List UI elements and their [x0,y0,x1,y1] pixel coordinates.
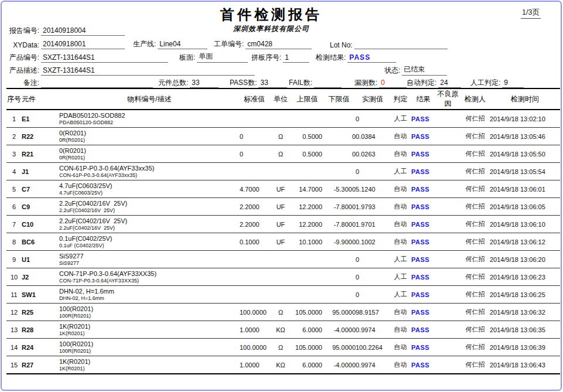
missed-count-label: 漏测数: [354,78,379,88]
cell-defect-reason [435,180,460,198]
material-code: 2.2uF(C0402/16V 25V) [59,217,240,225]
missed-count-value: 0 [379,79,407,88]
pass-count-label: PASS数: [230,78,258,88]
material-desc: 100R(R0201) [59,348,240,354]
cell-measured: 0.1002 [356,233,390,251]
cell-upper-limit: 12.2000 [292,216,322,233]
cell-defect-reason [435,321,460,339]
material-desc: 0R(R0201) [59,137,240,144]
status-value: 已结束 [402,64,447,76]
cell-lower-limit: -9.9000 [322,233,356,251]
cell-result: PASS [411,180,435,198]
cell-material-desc: 0.1uF(C0402/25V) 0.1uF (C0402/25V) [59,233,240,251]
cell-defect-reason [435,198,460,216]
cell-unit: KΩ [269,356,292,374]
cell-upper-limit [292,268,322,286]
field-production-line: 生产线: Line04 [133,39,207,49]
cell-unit [269,286,292,304]
col-header-judge-mode: 判定 [390,88,411,110]
cell-upper-limit [292,286,322,304]
cell-judge-mode: 自动 [390,216,411,233]
cell-material-desc: 0(R0201) 0R(R0201) [59,145,240,163]
cell-inspect-time: 2014/9/18 13:05:46 [490,128,560,145]
field-fail-count: FAIL数: [289,77,342,88]
cell-upper-limit: 10.1000 [292,233,322,251]
cell-inspector: 何仁招 [460,321,490,339]
cell-component: R25 [22,304,59,321]
cell-result: PASS [411,128,435,145]
field-panel-index: 拼板序号: 1 [251,52,309,63]
cell-inspector: 何仁招 [460,110,490,128]
cell-unit [269,268,292,286]
table-row: 11 SW1 DHN-02, H=1.6mm DHN-02, H=1.6mm 0… [6,286,560,304]
cell-inspect-time: 2014/9/18 13:05:54 [490,163,560,180]
col-header-defect-reason: 不良原因 [435,88,460,110]
cell-inspect-time: 2014/9/18 13:06:32 [490,304,560,321]
table-row: 8 BC6 0.1uF(C0402/25V) 0.1uF (C0402/25V)… [6,233,560,251]
product-no-label: 产品编号: [6,53,41,63]
cell-no: 15 [6,356,22,374]
cell-standard: 0.1000 [240,233,269,251]
table-row: 10 J2 CON-71P-P0.3-0.64(AYF33XX35) CON-7… [6,268,560,286]
cell-standard: 100.0000 [240,304,269,321]
cell-material-desc: 1K(R0201) 1K(R0201) [59,356,240,374]
results-header-row: 序号 元件 物料编号/描述 标准值 单位 上限值 下限值 实测值 判定 结果 不… [6,88,560,110]
cell-no: 11 [6,286,22,304]
material-code: 1K(R0201) [59,358,240,366]
cell-inspect-time: 2014/9/18 13:06:39 [490,339,560,356]
cell-inspector: 何仁招 [460,180,490,198]
material-code: CON-71P-P0.3-0.64(AYF33XX35) [59,270,240,278]
cell-inspector: 何仁招 [460,356,490,374]
report-title: 首件检测报告 [2,5,541,24]
field-board-side: 板面: 单面 [179,52,248,63]
cell-measured: 100.2264 [356,339,390,356]
inspection-result-label: 检测结果: [316,53,347,63]
col-header-no: 序号 [6,88,22,110]
cell-inspect-time: 2014/9/18 13:06:05 [490,198,560,216]
cell-material-desc: 0(R0201) 0R(R0201) [59,128,240,145]
cell-component: R24 [22,339,59,356]
cell-lower-limit [322,286,356,304]
cell-measured: 0 [356,268,390,286]
status-label: 状态: [384,66,402,76]
cell-standard: 1.0000 [240,321,269,339]
cell-material-desc: DHN-02, H=1.6mm DHN-02, H=1.6mm [59,286,240,304]
col-header-inspector: 检测人 [460,88,490,110]
cell-result: PASS [411,356,435,374]
material-code: 100(R0201) [59,305,240,313]
cell-material-desc: 100(R0201) 100R(R0201) [59,304,240,321]
manual-judge-label: 人工判定: [470,78,502,88]
cell-component: C7 [22,180,59,198]
cell-component: J1 [22,163,59,180]
cell-inspect-time: 2014/9/18 13:06:01 [490,180,560,198]
cell-no: 6 [6,198,22,216]
cell-material-desc: 1K(R0201) 1K(R0201) [59,321,240,339]
production-line-value: Line04 [158,40,207,49]
cell-measured: 98.9157 [356,304,390,321]
cell-standard: 4.7000 [240,180,269,198]
fail-count-label: FAIL数: [289,78,314,88]
field-inspection-result: 检测结果: PASS [316,52,396,63]
cell-defect-reason [435,163,460,180]
cell-lower-limit [322,110,356,128]
material-desc: CON-71P-P0.3-0.64(AYF33XX35) [59,278,240,284]
material-desc: 1K(R0201) [59,366,240,372]
cell-unit: UF [269,198,292,216]
xydata-value: 20140918001 [41,40,125,49]
work-order-value: cm0428 [245,40,312,49]
material-code: CON-61P-P0.3-0.64(AYF33xx35) [59,165,240,172]
field-pass-count: PASS数: 33 [230,77,287,88]
product-desc-value: SXZT-131644S1 [41,66,255,76]
col-header-standard: 标准值 [240,88,269,110]
table-row: 1 E1 PDAB050120-SOD882 PDAB050120-SOD882… [6,110,560,128]
cell-inspector: 何仁招 [460,233,490,251]
col-header-component: 元件 [22,88,59,110]
cell-material-desc: 100(R0201) 100R(R0201) [59,339,240,356]
cell-component: E1 [22,110,59,128]
cell-judge-mode: 人工 [390,286,411,304]
field-remark: 备注: [6,77,153,88]
material-desc: 0R(R0201) [59,155,240,161]
cell-lower-limit: 0 [322,128,356,145]
cell-measured: 0.9974 [356,321,390,339]
product-no-value: SXZT-131644S1 [41,53,168,63]
